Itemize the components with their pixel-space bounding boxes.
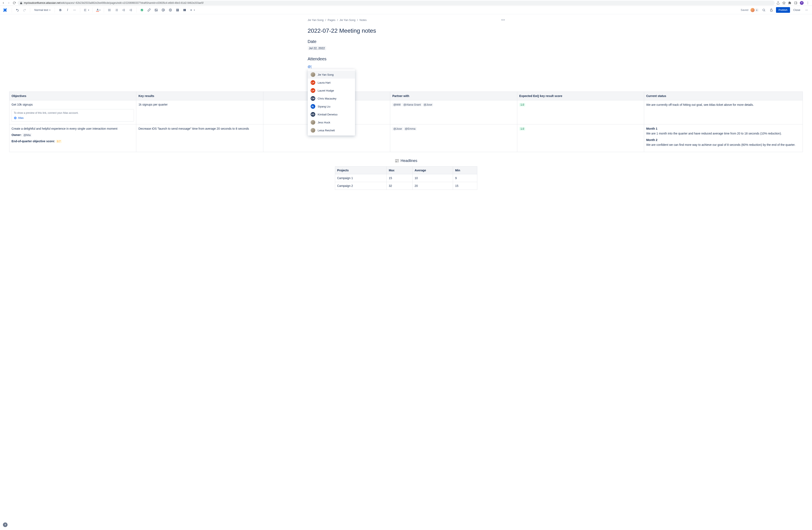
headlines-table[interactable]: Projects Max Average Min Campaign 115109… bbox=[335, 166, 477, 190]
cell-partners[interactable]: @Will @Alana Grant @Jose bbox=[390, 100, 517, 124]
cell-key-result[interactable]: Decrease iOS "launch to send message" ti… bbox=[136, 124, 263, 152]
mention-pill[interactable]: @Jose bbox=[423, 103, 433, 107]
numbered-list-button[interactable]: 123 bbox=[114, 7, 119, 13]
col-min[interactable]: Min bbox=[453, 167, 477, 174]
mention-popup-item[interactable]: Jess Huck bbox=[308, 118, 355, 126]
headlines-heading[interactable]: 📰 Headlines bbox=[0, 158, 812, 163]
mention-popup-item[interactable]: LHLaura Hart bbox=[308, 79, 355, 86]
share-icon[interactable] bbox=[777, 1, 780, 4]
cell-status[interactable]: We are currently off track of hitting ou… bbox=[644, 100, 802, 124]
text-color-button[interactable]: A ▾ bbox=[95, 7, 101, 13]
collaborator-avatar[interactable] bbox=[750, 8, 755, 13]
mention-pill[interactable]: @Mia bbox=[23, 133, 32, 137]
date-value[interactable]: Jul 22, 2022 bbox=[308, 46, 326, 50]
mention-popup-item[interactable]: Jie Yan Song bbox=[308, 71, 355, 79]
more-formatting-button[interactable] bbox=[72, 7, 77, 13]
chevron-down-icon: ▾ bbox=[194, 9, 195, 11]
link-button[interactable] bbox=[146, 7, 152, 13]
atlas-link[interactable]: Atlas bbox=[14, 116, 132, 120]
redo-button[interactable] bbox=[21, 7, 27, 13]
browser-url-text: mycloudconfluence.atlassian.net/wiki/spa… bbox=[24, 1, 203, 4]
image-button[interactable] bbox=[153, 7, 159, 13]
table-button[interactable] bbox=[175, 7, 180, 13]
mention-popup-item[interactable]: CMChris Macauley bbox=[308, 95, 355, 102]
breadcrumb-item[interactable]: Pages bbox=[328, 18, 335, 22]
mention-popup-item[interactable]: SLSiyang Liu bbox=[308, 102, 355, 110]
page-title[interactable]: 2022-07-22 Meeting notes bbox=[308, 27, 505, 34]
cell[interactable]: 15 bbox=[387, 174, 412, 182]
col-average[interactable]: Average bbox=[412, 167, 453, 174]
emoji-button[interactable] bbox=[168, 7, 173, 13]
italic-button[interactable]: I bbox=[64, 7, 70, 13]
mention-pill[interactable]: @Emma bbox=[404, 127, 417, 130]
col-score[interactable]: Expected EoQ key result score bbox=[517, 92, 644, 100]
width-toggle-button[interactable] bbox=[501, 18, 505, 22]
cell-objective[interactable]: Get 10k signups To show a preview of thi… bbox=[10, 100, 136, 124]
browser-chrome: mycloudconfluence.atlassian.net/wiki/spa… bbox=[0, 0, 812, 6]
col-objectives[interactable]: Objectives bbox=[10, 92, 136, 100]
browser-reload-button[interactable] bbox=[13, 1, 16, 4]
mention-pill[interactable]: @Jose bbox=[392, 127, 403, 130]
cell-score[interactable]: 1.0 bbox=[517, 100, 644, 124]
mention-button[interactable] bbox=[160, 7, 166, 13]
bold-button[interactable]: B bbox=[57, 7, 63, 13]
svg-point-9 bbox=[75, 10, 75, 10]
publish-button[interactable]: Publish bbox=[776, 7, 790, 13]
cell-key-result[interactable]: 1k signups per quarter bbox=[136, 100, 263, 124]
cell-score[interactable]: 1.0 bbox=[517, 124, 644, 152]
cell-objective[interactable]: Create a delightful and helpful experien… bbox=[10, 124, 136, 152]
page-content: Jie Yan Song / Pages / Jie Yan Song / No… bbox=[308, 14, 505, 77]
browser-profile-avatar[interactable]: H bbox=[800, 1, 803, 5]
bullet-list-button[interactable] bbox=[106, 7, 112, 13]
layouts-button[interactable] bbox=[182, 7, 188, 13]
mention-input[interactable]: @ Jie Yan SongLHLaura HartLHLaurel Hodge… bbox=[308, 65, 311, 69]
close-button[interactable]: Close bbox=[792, 7, 802, 13]
outdent-button[interactable] bbox=[121, 7, 127, 13]
text-style-select[interactable]: Normal text ▾ bbox=[33, 7, 52, 13]
mention-pill[interactable]: @Alana Grant bbox=[402, 103, 422, 107]
bookmark-star-icon[interactable] bbox=[782, 1, 786, 4]
collaborators[interactable]: + bbox=[751, 8, 759, 13]
mention-popup-item[interactable]: LHLaurel Hodge bbox=[308, 86, 355, 95]
browser-forward-button[interactable] bbox=[7, 1, 11, 4]
col-max[interactable]: Max bbox=[387, 167, 412, 174]
more-actions-button[interactable] bbox=[803, 7, 810, 13]
extensions-icon[interactable] bbox=[788, 1, 792, 4]
undo-button[interactable] bbox=[14, 7, 20, 13]
cell[interactable]: 20 bbox=[412, 182, 453, 190]
okr-table[interactable]: Objectives Key results Partner with Expe… bbox=[9, 92, 803, 152]
col-partner[interactable]: Partner with bbox=[390, 92, 517, 100]
cell[interactable]: 32 bbox=[387, 182, 412, 190]
alignment-button[interactable]: ▾ bbox=[83, 7, 90, 13]
breadcrumb-item[interactable]: Jie Yan Song bbox=[339, 18, 356, 22]
cell-status[interactable]: Month 1 We are 1 month into the quarter … bbox=[644, 124, 802, 152]
mention-pill[interactable]: @Will bbox=[392, 103, 402, 107]
date-heading[interactable]: Date bbox=[308, 39, 505, 44]
mention-popup-item[interactable]: KDKimball Denetso bbox=[308, 110, 355, 118]
breadcrumb-item[interactable]: Notes bbox=[360, 18, 367, 22]
col-projects[interactable]: Projects bbox=[335, 167, 387, 174]
cell[interactable]: Campaign 2 bbox=[335, 182, 387, 190]
atlas-smart-card[interactable]: To show a preview of this link, connect … bbox=[12, 109, 134, 122]
mention-popup-item[interactable]: Leisa Reichelt bbox=[308, 126, 355, 134]
action-item-button[interactable] bbox=[139, 7, 145, 13]
attendees-heading[interactable]: Attendees bbox=[308, 57, 505, 61]
browser-url-bar[interactable]: mycloudconfluence.atlassian.net/wiki/spa… bbox=[18, 1, 775, 5]
cell[interactable]: Campaign 1 bbox=[335, 174, 387, 182]
insert-more-button[interactable]: ▾ bbox=[189, 7, 196, 13]
browser-back-button[interactable] bbox=[2, 1, 5, 4]
indent-button[interactable] bbox=[128, 7, 134, 13]
restrictions-button[interactable] bbox=[768, 7, 774, 13]
browser-kebab-icon[interactable] bbox=[806, 1, 810, 4]
saved-status: Saved bbox=[741, 9, 748, 12]
col-status[interactable]: Current status bbox=[644, 92, 802, 100]
cell[interactable]: 15 bbox=[453, 182, 477, 190]
side-panel-icon[interactable] bbox=[794, 1, 797, 4]
cell-partners[interactable]: @Jose @Emma bbox=[390, 124, 517, 152]
cell[interactable]: 9 bbox=[453, 174, 477, 182]
breadcrumb-item[interactable]: Jie Yan Song bbox=[308, 18, 324, 22]
cell[interactable]: 10 bbox=[412, 174, 453, 182]
find-replace-button[interactable] bbox=[761, 7, 767, 13]
col-key-results[interactable]: Key results bbox=[136, 92, 263, 100]
confluence-logo[interactable] bbox=[2, 8, 8, 13]
